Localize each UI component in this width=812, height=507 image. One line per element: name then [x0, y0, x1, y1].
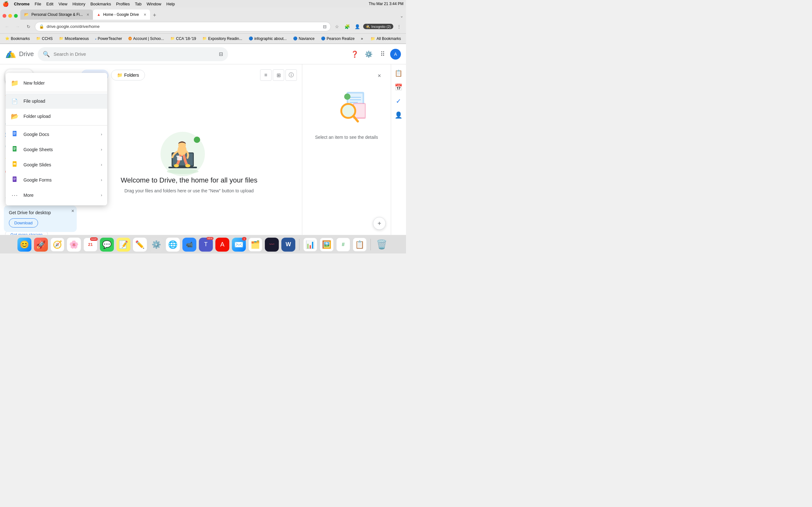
- tab-search-icon[interactable]: ⌄: [400, 14, 403, 18]
- acrobat-icon: A: [220, 241, 224, 248]
- dock-photos[interactable]: 🌸: [67, 238, 81, 251]
- menu-window[interactable]: Window: [147, 2, 161, 6]
- dock-launchpad[interactable]: 🚀: [34, 238, 48, 251]
- dock-waves[interactable]: 〰: [265, 238, 279, 251]
- dock-freeform[interactable]: ✏️: [133, 238, 147, 251]
- apps-button[interactable]: ⠿: [376, 48, 389, 60]
- tab-2-close[interactable]: ×: [144, 12, 146, 17]
- tab-1[interactable]: 📂 Personal Cloud Storage & Fi... ×: [20, 9, 93, 20]
- dock-finder[interactable]: 😊: [17, 238, 32, 251]
- bookmark-account[interactable]: 🅐 Account | Schoo...: [126, 36, 166, 42]
- settings-button[interactable]: ⚙️: [362, 48, 375, 60]
- dropdown-google-sheets[interactable]: Google Sheets ›: [6, 142, 107, 157]
- details-close-button[interactable]: ×: [374, 71, 385, 81]
- bookmark-info-label: infographic about...: [254, 37, 287, 41]
- search-input[interactable]: [54, 51, 215, 57]
- tune-icon[interactable]: ⊟: [323, 24, 327, 29]
- new-tab-button[interactable]: +: [150, 11, 159, 20]
- search-bar[interactable]: 🔍 ⊟: [38, 47, 228, 61]
- menu-view[interactable]: View: [58, 2, 67, 6]
- bookmark-cchs[interactable]: 📁 CCHS: [34, 36, 55, 42]
- dropdown-file-upload[interactable]: 📄 File upload: [6, 94, 107, 109]
- dock-messages[interactable]: 💬: [100, 238, 114, 251]
- tab-2-title: Home - Google Drive: [103, 12, 140, 17]
- maximize-button[interactable]: [14, 14, 18, 18]
- apple-menu[interactable]: 🍎: [3, 1, 9, 7]
- bookmark-powerteacher[interactable]: 𝓈 PowerTeacher: [93, 36, 125, 42]
- bookmark-naviance[interactable]: 🔵 Naviance: [291, 36, 317, 42]
- dock-acrobat[interactable]: A: [215, 238, 229, 251]
- dock-trash[interactable]: 🗑️: [374, 238, 389, 251]
- app-name[interactable]: Chrome: [14, 2, 30, 6]
- dropdown-google-forms[interactable]: Google Forms ›: [6, 172, 107, 187]
- bookmark-more[interactable]: »: [358, 36, 366, 42]
- tune-filter-icon[interactable]: ⊟: [219, 51, 223, 57]
- grid-view-button[interactable]: ⊞: [273, 69, 284, 81]
- dropdown-google-docs[interactable]: Google Docs ›: [6, 127, 107, 142]
- address-bar[interactable]: 🔒 drive.google.com/drive/home ⊟: [35, 22, 331, 32]
- dock-numbers[interactable]: #: [336, 238, 350, 251]
- bookmark-more-label: »: [361, 37, 363, 41]
- filter-folders-tab[interactable]: 📁 Folders: [111, 70, 145, 80]
- dock-teams[interactable]: T NEW: [199, 238, 213, 251]
- bookmark-acct-label: Account | Schoo...: [133, 37, 164, 41]
- close-button[interactable]: [3, 14, 6, 18]
- dock-finder2[interactable]: 🗂️: [248, 238, 262, 251]
- info-button[interactable]: ⓘ: [286, 69, 297, 81]
- bookmark-cca[interactable]: 📁 CCA '18-'19: [168, 36, 199, 42]
- details-add-button[interactable]: +: [373, 217, 386, 230]
- tab-2[interactable]: ▲ Home - Google Drive ×: [93, 9, 150, 20]
- more-tools-button[interactable]: ⋮: [395, 22, 403, 31]
- profile-button[interactable]: 👤: [353, 22, 362, 31]
- forward-button[interactable]: →: [13, 22, 22, 31]
- menu-bookmarks[interactable]: Bookmarks: [90, 2, 111, 6]
- bookmark-pearson[interactable]: 🔵 Pearson Realize: [318, 36, 357, 42]
- keep-icon[interactable]: 📋: [392, 67, 405, 79]
- minimize-button[interactable]: [8, 14, 12, 18]
- dock-mail[interactable]: ✉️ 1: [232, 238, 246, 251]
- dock-zoom[interactable]: 📹: [183, 238, 196, 251]
- menu-tab[interactable]: Tab: [135, 2, 142, 6]
- reload-button[interactable]: ↻: [24, 22, 33, 31]
- tab-1-close[interactable]: ×: [87, 12, 89, 17]
- banner-close-button[interactable]: ×: [71, 208, 74, 214]
- list-view-button[interactable]: ≡: [260, 69, 271, 81]
- dock-calendar[interactable]: 21 MAR: [84, 238, 97, 251]
- dock-notes[interactable]: 📝: [116, 238, 131, 251]
- preview-icon: 🖼️: [322, 240, 332, 249]
- all-bookmarks-button[interactable]: 📁 All Bookmarks: [368, 36, 403, 42]
- google-slides-label: Google Slides: [23, 162, 51, 167]
- bookmark-bookmarks[interactable]: ⭐ Bookmarks: [3, 36, 32, 42]
- back-button[interactable]: ←: [3, 22, 11, 31]
- dock-settings[interactable]: ⚙️: [149, 238, 163, 251]
- tasks-icon[interactable]: ✓: [392, 95, 405, 107]
- extension-button[interactable]: 🧩: [343, 22, 352, 31]
- menu-edit[interactable]: Edit: [46, 2, 53, 6]
- bookmark-star-button[interactable]: ☆: [333, 22, 342, 31]
- calendar-icon-sidebar[interactable]: 📅: [392, 81, 405, 94]
- dock-safari[interactable]: 🧭: [50, 238, 64, 251]
- dock-preview[interactable]: 🖼️: [320, 238, 334, 251]
- dock-word[interactable]: W: [281, 238, 295, 251]
- download-button[interactable]: Download: [9, 218, 38, 228]
- dock-pages[interactable]: 📋: [353, 238, 367, 251]
- dropdown-google-slides[interactable]: Google Slides ›: [6, 157, 107, 172]
- bookmark-misc[interactable]: 📁 Miscellaneous: [56, 36, 91, 42]
- menu-help[interactable]: Help: [166, 2, 175, 6]
- dock-chrome[interactable]: 🌐: [166, 238, 180, 251]
- dropdown-more[interactable]: ⋯ More ›: [6, 187, 107, 203]
- menu-history[interactable]: History: [72, 2, 85, 6]
- menu-file[interactable]: File: [35, 2, 41, 6]
- bookmark-infographic[interactable]: 🔵 infographic about...: [246, 36, 289, 42]
- account-avatar[interactable]: A: [390, 49, 401, 60]
- dropdown-folder-upload[interactable]: 📂 Folder upload: [6, 109, 107, 124]
- bookmark-expository[interactable]: 📁 Expository Readin...: [200, 36, 245, 42]
- contacts-icon[interactable]: 👤: [392, 109, 405, 121]
- dock-excel[interactable]: 📊: [303, 238, 317, 251]
- bookmark-exp-label: Expository Readin...: [208, 37, 242, 41]
- incognito-badge[interactable]: 🕵️ Incognito (2): [363, 24, 393, 29]
- dropdown-new-folder[interactable]: 📁 New folder: [6, 75, 107, 91]
- drive-logo[interactable]: Drive: [5, 49, 34, 60]
- menu-profiles[interactable]: Profiles: [116, 2, 130, 6]
- help-button[interactable]: ❓: [348, 48, 361, 60]
